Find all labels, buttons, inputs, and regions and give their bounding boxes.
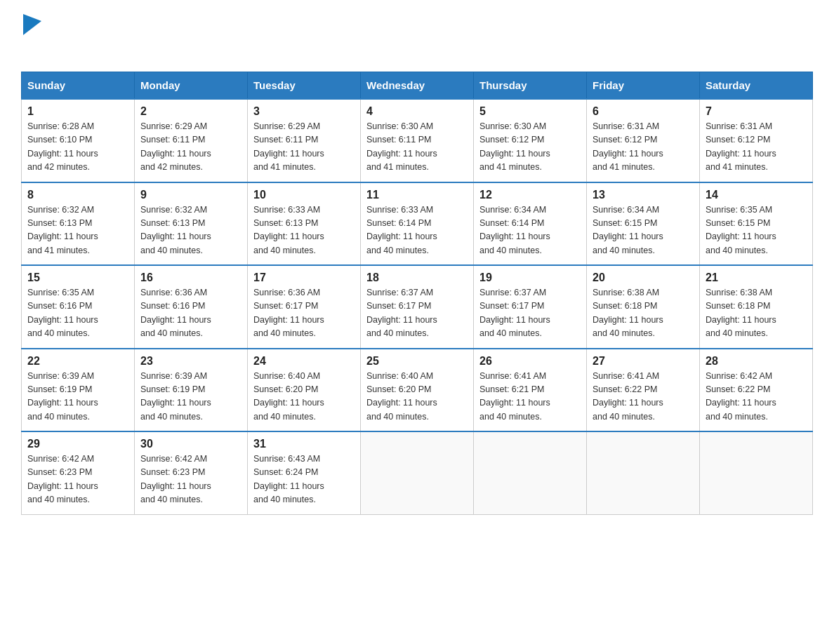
calendar-cell: 19Sunrise: 6:37 AMSunset: 6:17 PMDayligh… xyxy=(474,265,587,349)
day-info: Sunrise: 6:35 AMSunset: 6:15 PMDaylight:… xyxy=(706,203,807,258)
day-number: 4 xyxy=(366,105,468,118)
day-number: 30 xyxy=(140,438,241,450)
day-number: 28 xyxy=(706,355,807,368)
day-info: Sunrise: 6:33 AMSunset: 6:14 PMDaylight:… xyxy=(366,203,468,258)
header-friday: Friday xyxy=(587,72,700,100)
calendar-cell: 1Sunrise: 6:28 AMSunset: 6:10 PMDaylight… xyxy=(22,99,135,182)
calendar-cell: 31Sunrise: 6:43 AMSunset: 6:24 PMDayligh… xyxy=(248,431,361,514)
day-number: 7 xyxy=(706,105,807,118)
day-number: 5 xyxy=(479,105,581,118)
day-number: 16 xyxy=(140,271,241,284)
day-number: 17 xyxy=(253,271,355,284)
calendar-cell: 8Sunrise: 6:32 AMSunset: 6:13 PMDaylight… xyxy=(22,182,135,266)
day-info: Sunrise: 6:30 AMSunset: 6:11 PMDaylight:… xyxy=(366,120,468,175)
calendar-cell: 17Sunrise: 6:36 AMSunset: 6:17 PMDayligh… xyxy=(248,265,361,349)
day-number: 3 xyxy=(253,105,355,118)
day-number: 22 xyxy=(27,355,128,368)
calendar-cell: 4Sunrise: 6:30 AMSunset: 6:11 PMDaylight… xyxy=(361,99,474,182)
calendar-cell: 11Sunrise: 6:33 AMSunset: 6:14 PMDayligh… xyxy=(361,182,474,266)
day-info: Sunrise: 6:41 AMSunset: 6:22 PMDaylight:… xyxy=(593,370,694,424)
day-number: 24 xyxy=(253,355,355,368)
header-sunday: Sunday xyxy=(22,72,135,100)
day-info: Sunrise: 6:38 AMSunset: 6:18 PMDaylight:… xyxy=(706,286,807,341)
calendar-cell: 12Sunrise: 6:34 AMSunset: 6:14 PMDayligh… xyxy=(474,182,587,266)
header-monday: Monday xyxy=(135,72,248,100)
day-info: Sunrise: 6:41 AMSunset: 6:21 PMDaylight:… xyxy=(479,370,581,424)
calendar-cell: 15Sunrise: 6:35 AMSunset: 6:16 PMDayligh… xyxy=(22,265,135,349)
day-info: Sunrise: 6:30 AMSunset: 6:12 PMDaylight:… xyxy=(479,120,581,175)
day-info: Sunrise: 6:34 AMSunset: 6:14 PMDaylight:… xyxy=(479,203,581,258)
header-tuesday: Tuesday xyxy=(248,72,361,100)
calendar-cell xyxy=(700,431,813,514)
day-info: Sunrise: 6:32 AMSunset: 6:13 PMDaylight:… xyxy=(27,203,128,258)
calendar-cell: 26Sunrise: 6:41 AMSunset: 6:21 PMDayligh… xyxy=(474,349,587,432)
week-row-3: 15Sunrise: 6:35 AMSunset: 6:16 PMDayligh… xyxy=(22,265,813,349)
day-info: Sunrise: 6:42 AMSunset: 6:23 PMDaylight:… xyxy=(140,452,241,507)
logo-flag-icon xyxy=(23,14,41,35)
day-info: Sunrise: 6:37 AMSunset: 6:17 PMDaylight:… xyxy=(479,286,581,341)
day-info: Sunrise: 6:43 AMSunset: 6:24 PMDaylight:… xyxy=(253,452,355,507)
header-thursday: Thursday xyxy=(474,72,587,100)
day-number: 1 xyxy=(27,105,128,118)
day-info: Sunrise: 6:33 AMSunset: 6:13 PMDaylight:… xyxy=(253,203,355,258)
day-info: Sunrise: 6:31 AMSunset: 6:12 PMDaylight:… xyxy=(706,120,807,175)
calendar-cell xyxy=(474,431,587,514)
day-info: Sunrise: 6:35 AMSunset: 6:16 PMDaylight:… xyxy=(27,286,128,341)
calendar-cell: 24Sunrise: 6:40 AMSunset: 6:20 PMDayligh… xyxy=(248,349,361,432)
header-wednesday: Wednesday xyxy=(361,72,474,100)
day-number: 13 xyxy=(593,189,694,201)
day-number: 8 xyxy=(27,189,128,201)
day-number: 29 xyxy=(27,438,128,450)
day-info: Sunrise: 6:42 AMSunset: 6:23 PMDaylight:… xyxy=(27,452,128,507)
day-number: 21 xyxy=(706,271,807,284)
calendar-cell: 23Sunrise: 6:39 AMSunset: 6:19 PMDayligh… xyxy=(135,349,248,432)
day-info: Sunrise: 6:38 AMSunset: 6:18 PMDaylight:… xyxy=(593,286,694,341)
day-info: Sunrise: 6:40 AMSunset: 6:20 PMDaylight:… xyxy=(253,370,355,424)
calendar-table: SundayMondayTuesdayWednesdayThursdayFrid… xyxy=(21,72,813,515)
day-number: 27 xyxy=(593,355,694,368)
calendar-cell: 27Sunrise: 6:41 AMSunset: 6:22 PMDayligh… xyxy=(587,349,700,432)
calendar-cell: 28Sunrise: 6:42 AMSunset: 6:22 PMDayligh… xyxy=(700,349,813,432)
calendar-cell: 14Sunrise: 6:35 AMSunset: 6:15 PMDayligh… xyxy=(700,182,813,266)
day-info: Sunrise: 6:28 AMSunset: 6:10 PMDaylight:… xyxy=(27,120,128,175)
svg-marker-0 xyxy=(23,14,41,35)
day-info: Sunrise: 6:42 AMSunset: 6:22 PMDaylight:… xyxy=(706,370,807,424)
calendar-cell: 9Sunrise: 6:32 AMSunset: 6:13 PMDaylight… xyxy=(135,182,248,266)
calendar-cell: 18Sunrise: 6:37 AMSunset: 6:17 PMDayligh… xyxy=(361,265,474,349)
calendar-cell: 5Sunrise: 6:30 AMSunset: 6:12 PMDaylight… xyxy=(474,99,587,182)
day-number: 25 xyxy=(366,355,468,368)
calendar-cell xyxy=(587,431,700,514)
calendar-cell xyxy=(361,431,474,514)
day-number: 26 xyxy=(479,355,581,368)
day-info: Sunrise: 6:29 AMSunset: 6:11 PMDaylight:… xyxy=(140,120,241,175)
calendar-cell: 16Sunrise: 6:36 AMSunset: 6:16 PMDayligh… xyxy=(135,265,248,349)
calendar-cell: 20Sunrise: 6:38 AMSunset: 6:18 PMDayligh… xyxy=(587,265,700,349)
calendar-cell: 30Sunrise: 6:42 AMSunset: 6:23 PMDayligh… xyxy=(135,431,248,514)
day-info: Sunrise: 6:39 AMSunset: 6:19 PMDaylight:… xyxy=(140,370,241,424)
calendar-cell: 2Sunrise: 6:29 AMSunset: 6:11 PMDaylight… xyxy=(135,99,248,182)
week-row-2: 8Sunrise: 6:32 AMSunset: 6:13 PMDaylight… xyxy=(22,182,813,266)
week-row-1: 1Sunrise: 6:28 AMSunset: 6:10 PMDaylight… xyxy=(22,99,813,182)
calendar-cell: 13Sunrise: 6:34 AMSunset: 6:15 PMDayligh… xyxy=(587,182,700,266)
page-header xyxy=(21,14,813,58)
day-info: Sunrise: 6:34 AMSunset: 6:15 PMDaylight:… xyxy=(593,203,694,258)
calendar-cell: 21Sunrise: 6:38 AMSunset: 6:18 PMDayligh… xyxy=(700,265,813,349)
day-number: 23 xyxy=(140,355,241,368)
day-number: 9 xyxy=(140,189,241,201)
calendar-cell: 25Sunrise: 6:40 AMSunset: 6:20 PMDayligh… xyxy=(361,349,474,432)
day-number: 11 xyxy=(366,189,468,201)
day-info: Sunrise: 6:40 AMSunset: 6:20 PMDaylight:… xyxy=(366,370,468,424)
day-info: Sunrise: 6:37 AMSunset: 6:17 PMDaylight:… xyxy=(366,286,468,341)
day-number: 12 xyxy=(479,189,581,201)
day-info: Sunrise: 6:29 AMSunset: 6:11 PMDaylight:… xyxy=(253,120,355,175)
day-number: 10 xyxy=(253,189,355,201)
week-row-5: 29Sunrise: 6:42 AMSunset: 6:23 PMDayligh… xyxy=(22,431,813,514)
day-number: 19 xyxy=(479,271,581,284)
week-row-4: 22Sunrise: 6:39 AMSunset: 6:19 PMDayligh… xyxy=(22,349,813,432)
calendar-cell: 22Sunrise: 6:39 AMSunset: 6:19 PMDayligh… xyxy=(22,349,135,432)
day-info: Sunrise: 6:39 AMSunset: 6:19 PMDaylight:… xyxy=(27,370,128,424)
calendar-cell: 7Sunrise: 6:31 AMSunset: 6:12 PMDaylight… xyxy=(700,99,813,182)
day-number: 6 xyxy=(593,105,694,118)
day-number: 31 xyxy=(253,438,355,450)
calendar-header-row: SundayMondayTuesdayWednesdayThursdayFrid… xyxy=(22,72,813,100)
